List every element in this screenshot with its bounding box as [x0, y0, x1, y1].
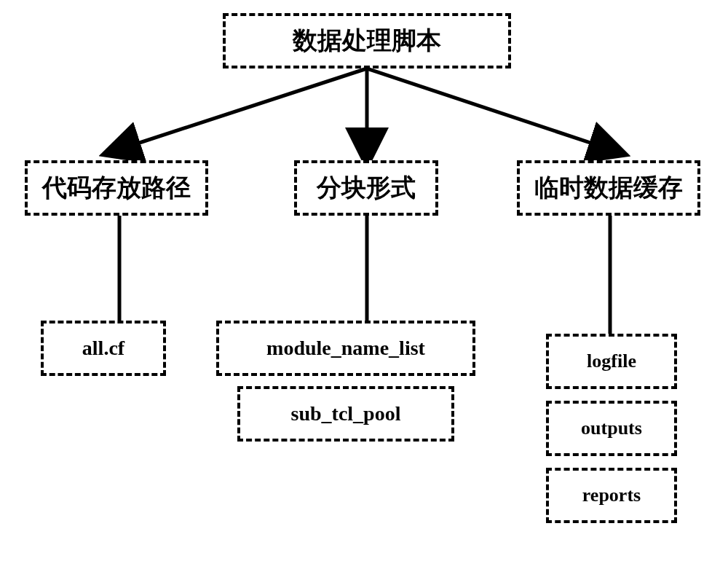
module-name-list-node: module_name_list — [216, 321, 475, 376]
reports-label: reports — [582, 484, 641, 506]
sub-tcl-pool-label: sub_tcl_pool — [291, 402, 401, 425]
all-cf-node: all.cf — [41, 321, 166, 376]
module-name-list-label: module_name_list — [266, 337, 425, 360]
logfile-node: logfile — [546, 334, 677, 389]
logfile-label: logfile — [587, 350, 636, 372]
reports-node: reports — [546, 468, 677, 523]
all-cf-label: all.cf — [82, 337, 124, 360]
outputs-label: outputs — [581, 417, 642, 439]
sub-tcl-pool-node: sub_tcl_pool — [237, 386, 454, 442]
outputs-node: outputs — [546, 401, 677, 456]
